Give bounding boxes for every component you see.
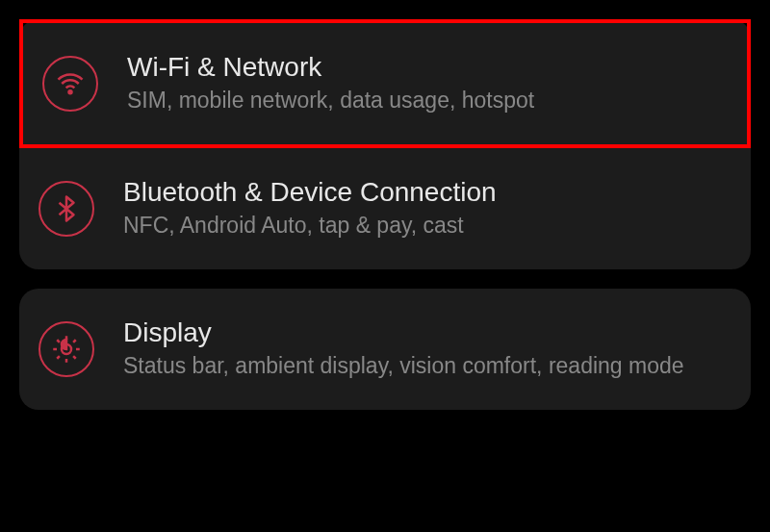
bluetooth-text: Bluetooth & Device Connection NFC, Andro… <box>123 177 497 241</box>
settings-group-1: Wi-Fi & Network SIM, mobile network, dat… <box>19 19 751 269</box>
display-title: Display <box>123 317 684 348</box>
settings-group-2: Display Status bar, ambient display, vis… <box>19 289 751 410</box>
wifi-text: Wi-Fi & Network SIM, mobile network, dat… <box>127 52 534 115</box>
svg-line-8 <box>57 356 60 359</box>
settings-item-wifi[interactable]: Wi-Fi & Network SIM, mobile network, dat… <box>19 19 751 148</box>
bluetooth-icon <box>52 194 81 223</box>
settings-item-bluetooth[interactable]: Bluetooth & Device Connection NFC, Andro… <box>19 148 751 269</box>
bluetooth-icon-circle <box>38 181 94 237</box>
wifi-title: Wi-Fi & Network <box>127 52 534 83</box>
svg-line-6 <box>57 340 60 342</box>
svg-line-9 <box>73 340 76 342</box>
wifi-icon <box>56 69 85 98</box>
display-text: Display Status bar, ambient display, vis… <box>123 317 684 381</box>
wifi-icon-circle <box>42 56 98 112</box>
bluetooth-subtitle: NFC, Android Auto, tap & pay, cast <box>123 212 497 241</box>
svg-line-7 <box>73 356 76 359</box>
bluetooth-title: Bluetooth & Device Connection <box>123 177 497 208</box>
wifi-subtitle: SIM, mobile network, data usage, hotspot <box>127 87 534 115</box>
display-icon <box>52 335 81 364</box>
settings-item-display[interactable]: Display Status bar, ambient display, vis… <box>19 289 751 410</box>
display-subtitle: Status bar, ambient display, vision comf… <box>123 352 684 381</box>
svg-point-0 <box>69 90 72 93</box>
display-icon-circle <box>38 321 94 377</box>
